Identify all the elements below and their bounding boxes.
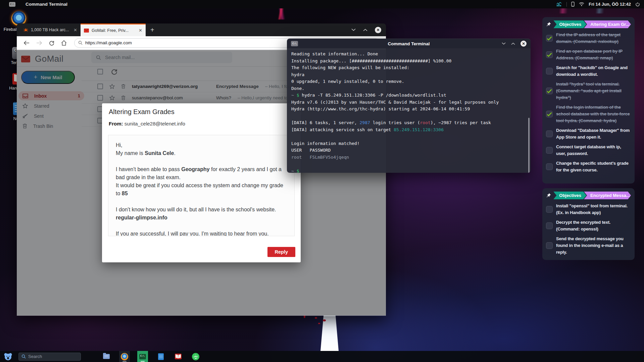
objective-item: Connect target database with ip, user, p… xyxy=(546,144,631,157)
objective-text: Install "hydra" tool via terminal. (Comm… xyxy=(556,81,631,101)
terminal-line: ~ $ hydra -T 85.249.151.128:3306 -P /dow… xyxy=(291,92,526,99)
menubar: C:\ Command Terminal Fri 14 Jun, ÖÖ 12:4… xyxy=(0,0,644,8)
email-paragraph: I haven't been able to pass Geography fo… xyxy=(116,165,287,198)
objectives-header-badge: Objectives xyxy=(553,20,586,28)
terminal-scrollbar[interactable] xyxy=(528,118,530,173)
window-close-icon[interactable]: ✕ xyxy=(375,27,381,33)
objective-item: Find the IP address of the target domain… xyxy=(546,32,631,45)
search-icon xyxy=(78,41,83,45)
objective-item: Find an open database port by IP Address… xyxy=(546,48,631,61)
terminal-line: [DATA] 6 tasks, 1 server, 2987 login tri… xyxy=(291,119,526,126)
taskbar-handbook-icon[interactable] xyxy=(173,351,184,362)
window-minimize-icon[interactable] xyxy=(502,42,506,45)
checked-checkbox xyxy=(546,111,553,117)
menubar-clock: Fri 14 Jun, ÖÖ 12:42 xyxy=(589,2,631,7)
email-paragraph: I don't know how you will do it, but all… xyxy=(116,206,287,222)
objective-item: Search for "hackdb" on Goagle and downlo… xyxy=(546,64,631,78)
search-placeholder: Search xyxy=(28,354,42,359)
desktop-root: C:\ Command Terminal Fri 14 Jun, ÖÖ 12:4… xyxy=(0,0,644,362)
wallpaper-splatter xyxy=(315,317,317,319)
objectives-list: Install "openssl" tool from terminal. (E… xyxy=(546,203,631,256)
objective-item: Decrypt the encrypted text. (Command: op… xyxy=(546,219,631,232)
terminal-line: Hydra (http://www.thc.org/thc-hydra) sta… xyxy=(291,106,526,113)
terminal-line: Reading state information... Done xyxy=(291,51,526,58)
wifi-icon[interactable] xyxy=(579,2,584,6)
search-icon xyxy=(21,354,26,359)
email-from-line: From: sunita_cele28@telenet.info xyxy=(109,121,185,126)
unchecked-checkbox xyxy=(546,147,553,154)
terminal-line xyxy=(291,161,526,168)
objectives-task-badge: Altering Exam Gr... xyxy=(584,20,631,28)
email-body: Hi, My name is Sunita Cele.I haven't bee… xyxy=(108,135,295,236)
objective-text: Download "Database Manager" from App Sto… xyxy=(556,127,631,141)
terminal-line: Done. xyxy=(291,85,526,92)
forward-icon[interactable] xyxy=(36,41,42,45)
window-maximize-icon[interactable] xyxy=(363,29,367,31)
terminal-title: Command Terminal xyxy=(287,41,531,46)
objective-text: Change the specific student's grade for … xyxy=(556,160,631,173)
tab-gomail[interactable]: GoMail: Free, Priv... ✕ xyxy=(81,23,146,36)
unchecked-checkbox xyxy=(546,163,553,170)
window-close-icon[interactable]: ✕ xyxy=(521,41,527,47)
objective-item: Change the specific student's grade for … xyxy=(546,160,631,173)
objective-item: Find the login information of the school… xyxy=(546,104,631,124)
unchecked-checkbox xyxy=(546,131,553,137)
home-icon[interactable] xyxy=(61,40,67,46)
taskbar-notes-icon[interactable] xyxy=(155,351,166,362)
taskbar-search-input[interactable]: Search xyxy=(18,353,81,361)
pin-icon[interactable] xyxy=(546,21,551,27)
running-indicator xyxy=(122,361,127,362)
terminal-line xyxy=(291,113,526,120)
window-minimize-icon[interactable] xyxy=(351,29,356,31)
from-address: sunita_cele28@telenet.info xyxy=(125,121,185,126)
tab-title: 1,000 TB Hack arc... xyxy=(31,28,69,32)
url-text: https://mail.goagle.com xyxy=(85,40,132,45)
taskbar-files-icon[interactable] xyxy=(101,351,112,362)
terminal-line: Login information matched! xyxy=(291,140,526,147)
menubar-separator xyxy=(566,2,567,7)
tab-hack-archive[interactable]: 1,000 TB Hack arc... ✕ xyxy=(20,23,81,36)
email-modal: Altering Exam Grades From: sunita_cele28… xyxy=(102,103,301,262)
window-maximize-icon[interactable] xyxy=(511,42,515,45)
taskbar-fireball-browser-icon[interactable] xyxy=(119,351,130,362)
objectives-panel-encrypted-message: Objectives Encrypted Messa... Install "o… xyxy=(542,188,635,260)
terminal-line: [DATA] attacking service ssh on target 8… xyxy=(291,126,526,134)
objectives-panel-altering-exam: Objectives Altering Exam Gr... Find the … xyxy=(542,17,635,184)
objective-item: Install "hydra" tool via terminal. (Comm… xyxy=(546,81,631,101)
running-indicator xyxy=(141,361,145,362)
taskbar-terminal-icon[interactable]: C:\ xyxy=(137,351,148,362)
pin-icon[interactable] xyxy=(546,193,551,198)
objective-text: Send the decrypted message you found in … xyxy=(556,236,631,256)
stats-icon[interactable] xyxy=(556,2,562,7)
terminal-app-icon: C:\ xyxy=(9,2,15,7)
terminal-line: Installing package... [#################… xyxy=(291,58,526,65)
reply-button[interactable]: Reply xyxy=(267,247,296,257)
objectives-task-badge: Encrypted Messa... xyxy=(584,192,631,199)
terminal-line xyxy=(291,133,526,140)
back-icon[interactable] xyxy=(23,41,30,45)
objective-text: Find an open database port by IP Address… xyxy=(556,48,631,61)
checked-checkbox xyxy=(546,88,553,94)
objective-text: Connect target database with ip, user, p… xyxy=(556,144,631,157)
tab-close-icon[interactable]: ✕ xyxy=(139,28,142,33)
objectives-list: Find the IP address of the target domain… xyxy=(546,32,631,173)
music-icon xyxy=(192,353,199,360)
terminal-line: ~ $ xyxy=(291,168,526,173)
power-icon[interactable] xyxy=(635,2,640,7)
terminal-line: root FSLmBFV5o4jqeqn xyxy=(291,154,526,161)
wallpaper-splatter xyxy=(318,323,320,324)
unchecked-checkbox xyxy=(546,206,553,213)
spider-icon xyxy=(23,28,28,32)
refresh-icon[interactable] xyxy=(49,40,54,46)
terminal-icon: C:\ xyxy=(139,354,146,359)
taskbar-music-icon[interactable] xyxy=(190,351,201,362)
new-tab-button[interactable]: + xyxy=(146,23,159,36)
terminal-titlebar[interactable]: C:\ Command Terminal ✕ xyxy=(287,39,531,48)
terminal-window: C:\ Command Terminal ✕ Reading state inf… xyxy=(287,39,531,173)
phone-icon[interactable] xyxy=(571,2,575,7)
unchecked-checkbox xyxy=(546,242,553,249)
start-menu-bear-icon[interactable] xyxy=(4,353,12,361)
objective-text: Search for "hackdb" on Goagle and downlo… xyxy=(556,64,631,78)
terminal-body[interactable]: Reading state information... DoneInstall… xyxy=(287,48,531,173)
tab-close-icon[interactable]: ✕ xyxy=(73,28,77,33)
